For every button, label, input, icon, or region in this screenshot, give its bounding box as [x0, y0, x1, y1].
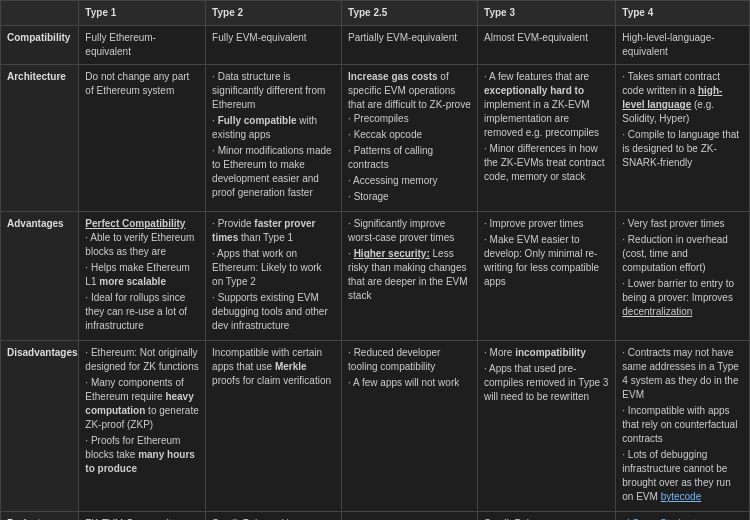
cell-compat-t25: Partially EVM-equivalent: [342, 26, 478, 65]
adv-t25-list: Significantly improve worst-case prover …: [348, 217, 471, 303]
comparison-table: Type 1 Type 2 Type 2.5 Type 3 Type 4 Com…: [0, 0, 750, 520]
row-advantages: Advantages Perfect Compatibility Able to…: [1, 212, 750, 341]
adv-t2-item3: Supports existing EVM debugging tools an…: [212, 291, 335, 333]
arch-t2-item3: Minor modifications made to Ethereum to …: [212, 144, 335, 200]
adv-t4-item3: Lower barrier to entry to being a prover…: [622, 277, 743, 319]
cell-adv-t3: Improve prover times Make EVM easier to …: [478, 212, 616, 341]
arch-t3-list: A few features that are exceptionally ha…: [484, 70, 609, 184]
dis-t25-item2: A few apps will not work: [348, 376, 471, 390]
adv-t1-item1: Able to verify Ethereum blocks as they a…: [85, 231, 199, 259]
adv-t3-item1: Improve prover times: [484, 217, 609, 231]
col-header-type25: Type 2.5: [342, 1, 478, 26]
adv-t2-list: Provide faster prover times than Type 1 …: [212, 217, 335, 333]
dis-t25-item1: Reduced developer tooling compatibility: [348, 346, 471, 374]
cell-arch-t25: Increase gas costs of specific EVM opera…: [342, 65, 478, 212]
row-header-architecture: Architecture: [1, 65, 79, 212]
cell-arch-t4: Takes smart contract code written in a h…: [616, 65, 750, 212]
arch-t2-bold1: Fully compatible: [218, 115, 297, 126]
arch-t25-increase: Increase gas costs: [348, 71, 438, 82]
adv-t1-item2: Helps make Ethereum L1 more scalable: [85, 261, 199, 289]
cell-dis-t4: Contracts may not have same addresses in…: [616, 341, 750, 512]
col-header-type2: Type 2: [206, 1, 342, 26]
row-projects: Projects ZK-EVM Community Edition Scroll…: [1, 512, 750, 521]
adv-t4-list: Very fast prover times Reduction in over…: [622, 217, 743, 319]
arch-t2-item1: Data structure is significantly differen…: [212, 70, 335, 112]
cell-proj-t25: [342, 512, 478, 521]
arch-t25-list: Precompiles Keccak opcode Patterns of ca…: [348, 112, 471, 204]
adv-t2-item1: Provide faster prover times than Type 1: [212, 217, 335, 245]
row-header-advantages: Advantages: [1, 212, 79, 341]
cell-compat-t1: Fully Ethereum-equivalent: [79, 26, 206, 65]
cell-compat-t2: Fully EVM-equivalent: [206, 26, 342, 65]
col-header-empty: [1, 1, 79, 26]
arch-t25-item1: Precompiles: [348, 112, 471, 126]
dis-t4-list: Contracts may not have same addresses in…: [622, 346, 743, 504]
arch-t4-list: Takes smart contract code written in a h…: [622, 70, 743, 170]
dis-t25-list: Reduced developer tooling compatibility …: [348, 346, 471, 390]
arch-t4-item1: Takes smart contract code written in a h…: [622, 70, 743, 126]
adv-t1-list: Able to verify Ethereum blocks as they a…: [85, 231, 199, 333]
arch-t25-item5: Storage: [348, 190, 471, 204]
adv-t25-bold1: Higher security:: [354, 248, 430, 259]
dis-t3-bold1: incompatibility: [515, 347, 586, 358]
cell-proj-t1: ZK-EVM Community Edition: [79, 512, 206, 521]
cell-dis-t25: Reduced developer tooling compatibility …: [342, 341, 478, 512]
arch-t4-hl1: high-level language: [622, 85, 722, 110]
dis-t1-bold1: heavy computation: [85, 391, 193, 416]
arch-t2-item2: Fully compatible with existing apps: [212, 114, 335, 142]
adv-t1-perfect: Perfect Compatibility: [85, 218, 185, 229]
row-disadvantages: Disadvantages Ethereum: Not originally d…: [1, 341, 750, 512]
arch-t25-item4: Accessing memory: [348, 174, 471, 188]
dis-t4-item1: Contracts may not have same addresses in…: [622, 346, 743, 402]
adv-t2-bold1: faster prover times: [212, 218, 315, 243]
adv-t3-item2: Make EVM easier to develop: Only minimal…: [484, 233, 609, 289]
cell-proj-t4: zkSync, Starknet (Eventually): [616, 512, 750, 521]
cell-arch-t2: Data structure is significantly differen…: [206, 65, 342, 212]
dis-t4-item2: Incompatible with apps that rely on coun…: [622, 404, 743, 446]
row-compatibility: Compatibility Fully Ethereum-equivalent …: [1, 26, 750, 65]
adv-t4-item2: Reduction in overhead (cost, time and co…: [622, 233, 743, 275]
adv-t4-ul1: decentralization: [622, 306, 692, 317]
row-header-compatibility: Compatibility: [1, 26, 79, 65]
dis-t1-item3: Proofs for Ethereum blocks take many hou…: [85, 434, 199, 476]
cell-compat-t4: High-level-language-equivalent: [616, 26, 750, 65]
arch-t4-item2: Compile to language that is designed to …: [622, 128, 743, 170]
adv-t2-item2: Apps that work on Ethereum: Likely to wo…: [212, 247, 335, 289]
col-header-type3: Type 3: [478, 1, 616, 26]
row-header-disadvantages: Disadvantages: [1, 341, 79, 512]
dis-t2-bold1: Merkle: [275, 361, 307, 372]
adv-t3-list: Improve prover times Make EVM easier to …: [484, 217, 609, 289]
cell-dis-t2: Incompatible with certain apps that use …: [206, 341, 342, 512]
row-architecture: Architecture Do not change any part of E…: [1, 65, 750, 212]
cell-proj-t2: Scroll, Polygon Hermez Not entirely, but…: [206, 512, 342, 521]
dis-t1-item2: Many components of Ethereum require heav…: [85, 376, 199, 432]
adv-t25-item2: Higher security: Less risky than making …: [348, 247, 471, 303]
row-header-projects: Projects: [1, 512, 79, 521]
cell-adv-t2: Provide faster prover times than Type 1 …: [206, 212, 342, 341]
cell-arch-t1: Do not change any part of Ethereum syste…: [79, 65, 206, 212]
cell-adv-t1: Perfect Compatibility Able to verify Eth…: [79, 212, 206, 341]
cell-adv-t4: Very fast prover times Reduction in over…: [616, 212, 750, 341]
adv-t4-item1: Very fast prover times: [622, 217, 743, 231]
dis-t4-item3: Lots of debugging infrastructure cannot …: [622, 448, 743, 504]
cell-dis-t1: Ethereum: Not originally designed for ZK…: [79, 341, 206, 512]
arch-t3-bold1: exceptionally hard to: [484, 85, 584, 96]
dis-t1-list: Ethereum: Not originally designed for ZK…: [85, 346, 199, 476]
col-header-type1: Type 1: [79, 1, 206, 26]
dis-t3-item1: More incompatibility: [484, 346, 609, 360]
dis-t1-item1: Ethereum: Not originally designed for ZK…: [85, 346, 199, 374]
dis-t3-item2: Apps that used pre-compiles removed in T…: [484, 362, 609, 404]
dis-t3-list: More incompatibility Apps that used pre-…: [484, 346, 609, 404]
arch-t2-list: Data structure is significantly differen…: [212, 70, 335, 200]
cell-proj-t3: Scroll, Polygon: [478, 512, 616, 521]
arch-t3-item1: A few features that are exceptionally ha…: [484, 70, 609, 140]
adv-t25-item1: Significantly improve worst-case prover …: [348, 217, 471, 245]
dis-t1-bold2: many hours to produce: [85, 449, 195, 474]
cell-compat-t3: Almost EVM-equivalent: [478, 26, 616, 65]
main-table-container: Type 1 Type 2 Type 2.5 Type 3 Type 4 Com…: [0, 0, 750, 520]
arch-t25-item2: Keccak opcode: [348, 128, 471, 142]
cell-dis-t3: More incompatibility Apps that used pre-…: [478, 341, 616, 512]
cell-arch-t3: A few features that are exceptionally ha…: [478, 65, 616, 212]
header-row: Type 1 Type 2 Type 2.5 Type 3 Type 4: [1, 1, 750, 26]
cell-adv-t25: Significantly improve worst-case prover …: [342, 212, 478, 341]
